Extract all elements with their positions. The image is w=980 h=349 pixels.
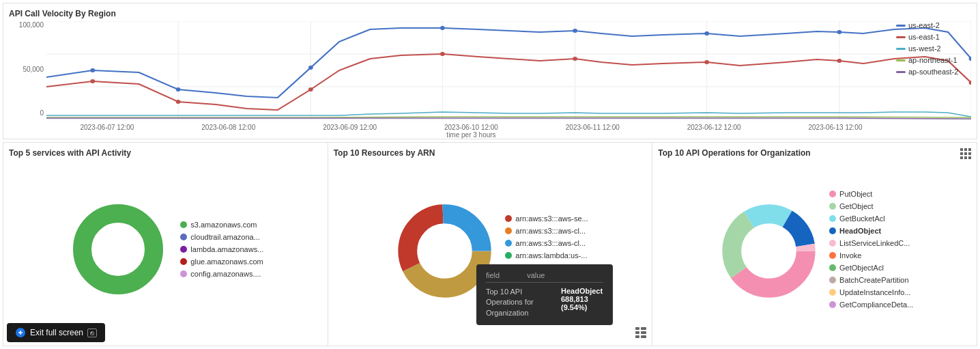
legend-glue: glue.amazonaws.com <box>180 257 263 266</box>
panel2-title: Top 10 Resources by ARN <box>334 148 647 158</box>
svg-point-16 <box>704 31 709 36</box>
panel3-title: Top 10 API Operations for Organization <box>658 148 971 158</box>
svg-point-21 <box>308 87 313 92</box>
panel1-legend: s3.amazonaws.com cloudtrail.amazona... l… <box>180 221 263 278</box>
svg-point-12 <box>176 87 181 92</box>
svg-point-17 <box>837 30 842 34</box>
tooltip-value-header: value <box>527 271 545 279</box>
panel-top10-arn: Top 10 Resources by ARN <box>328 143 653 346</box>
svg-rect-49 <box>641 335 646 338</box>
panel1-donut <box>67 198 169 301</box>
svg-point-13 <box>308 66 313 70</box>
svg-rect-56 <box>960 156 963 159</box>
x-tick-3: 2023-06-09 12:00 <box>323 124 377 131</box>
panel-top5-services: Top 5 services with API Activity <box>3 143 328 346</box>
panel1-title: Top 5 services with API Activity <box>9 148 322 158</box>
x-tick-6: 2023-06-12 12:00 <box>687 124 741 131</box>
svg-point-22 <box>440 52 445 56</box>
legend-getbucketacl: GetBucketAcl <box>829 214 913 223</box>
svg-rect-58 <box>968 156 971 159</box>
svg-point-11 <box>90 68 95 72</box>
x-tick-4: 2023-06-10 12:00 <box>444 124 498 131</box>
legend-getobject: GetObject <box>829 202 913 210</box>
tooltip-field-header: field <box>486 271 500 279</box>
svg-rect-51 <box>964 148 967 151</box>
legend-getobjectacl: GetObjectAcl <box>829 264 913 272</box>
legend-invoke: Invoke <box>829 251 913 260</box>
svg-rect-50 <box>960 148 963 151</box>
legend-us-west-2: us-west-2 <box>896 44 971 53</box>
legend-arn1: arn:aws:s3:::aws-se... <box>505 214 588 223</box>
legend-headobject: HeadObject <box>829 227 913 235</box>
svg-rect-57 <box>964 156 967 159</box>
svg-point-43 <box>424 229 466 272</box>
legend-arn3: arn:aws:s3:::aws-cl... <box>505 239 588 247</box>
svg-rect-47 <box>641 331 646 334</box>
x-tick-5: 2023-06-11 12:00 <box>566 124 620 131</box>
legend-us-east-1: us-east-1 <box>896 33 971 41</box>
x-axis-label: time per 3 hours <box>46 131 971 139</box>
arn-tooltip: field value Top 10 API Operations for Or… <box>476 264 613 325</box>
svg-rect-52 <box>968 148 971 151</box>
svg-point-23 <box>573 57 577 61</box>
pagination-icon[interactable] <box>635 327 646 340</box>
keyboard-shortcut-icon: ⎋ <box>87 329 97 337</box>
x-tick-1: 2023-06-07 12:00 <box>80 124 134 131</box>
svg-rect-45 <box>641 327 646 330</box>
legend-listservicelinked: ListServiceLinkedC... <box>829 239 913 247</box>
legend-updateinstanceinfo: UpdateInstanceInfo... <box>829 288 913 296</box>
legend-ap-southeast-2: ap-southeast-2 <box>896 68 971 76</box>
svg-point-32 <box>98 229 139 270</box>
panel-top10-api: Top 10 API Operations for Organization <box>652 143 977 346</box>
grid-view-icon[interactable] <box>960 148 971 161</box>
legend-s3: s3.amazonaws.com <box>180 221 263 229</box>
legend-putobject: PutObject <box>829 190 913 198</box>
bottom-panels: Top 5 services with API Activity <box>3 142 977 346</box>
svg-rect-46 <box>635 331 639 334</box>
x-tick-2: 2023-06-08 12:00 <box>201 124 255 131</box>
svg-rect-54 <box>964 152 967 155</box>
exit-fullscreen-label: Exit full screen <box>30 328 83 337</box>
legend-batchcreatepartition: BatchCreatePartition <box>829 276 913 284</box>
x-tick-7: 2023-06-13 12:00 <box>809 124 863 131</box>
panel3-legend: PutObject GetObject GetBucketAcl HeadObj… <box>829 190 913 309</box>
legend-us-east-2: us-east-2 <box>896 21 971 29</box>
svg-point-25 <box>837 59 842 63</box>
svg-point-14 <box>440 26 445 30</box>
legend-getcompliancedata: GetComplianceDeta... <box>829 301 913 309</box>
y-tick-0: 0 <box>9 109 44 117</box>
chart-legend: us-east-2 us-east-1 us-west-2 ap-northea… <box>896 21 971 76</box>
svg-point-20 <box>176 100 181 104</box>
line-chart-svg <box>46 21 971 120</box>
svg-rect-48 <box>635 335 639 338</box>
top-chart-container: API Call Velocity By Region 100,000 50,0… <box>3 3 977 139</box>
svg-point-19 <box>90 79 95 83</box>
y-tick-50k: 50,000 <box>9 66 44 73</box>
exit-fullscreen-button[interactable]: Exit full screen ⎋ <box>7 323 105 342</box>
svg-rect-44 <box>635 327 639 330</box>
legend-config: config.amazonaws.... <box>180 270 263 278</box>
dashboard: API Call Velocity By Region 100,000 50,0… <box>0 0 980 349</box>
legend-lambda: lambda.amazonaws... <box>180 245 263 253</box>
panel3-donut <box>716 198 818 301</box>
svg-point-15 <box>573 29 577 33</box>
legend-ap-northeast-1: ap-northeast-1 <box>896 56 971 64</box>
legend-arn4: arn:aws:lambda:us-... <box>505 251 588 260</box>
svg-rect-53 <box>960 152 963 155</box>
top-chart-title: API Call Velocity By Region <box>9 9 971 18</box>
legend-cloudtrail: cloudtrail.amazona... <box>180 233 263 241</box>
tooltip-value-label: HeadObject 688,813 (9.54%) <box>561 287 603 311</box>
svg-point-69 <box>748 229 790 272</box>
legend-arn2: arn:aws:s3:::aws-cl... <box>505 227 588 235</box>
y-tick-100k: 100,000 <box>9 21 44 29</box>
svg-point-24 <box>704 60 709 64</box>
svg-rect-55 <box>968 152 971 155</box>
tooltip-field-label: Top 10 API Operations for Organization <box>486 287 547 318</box>
